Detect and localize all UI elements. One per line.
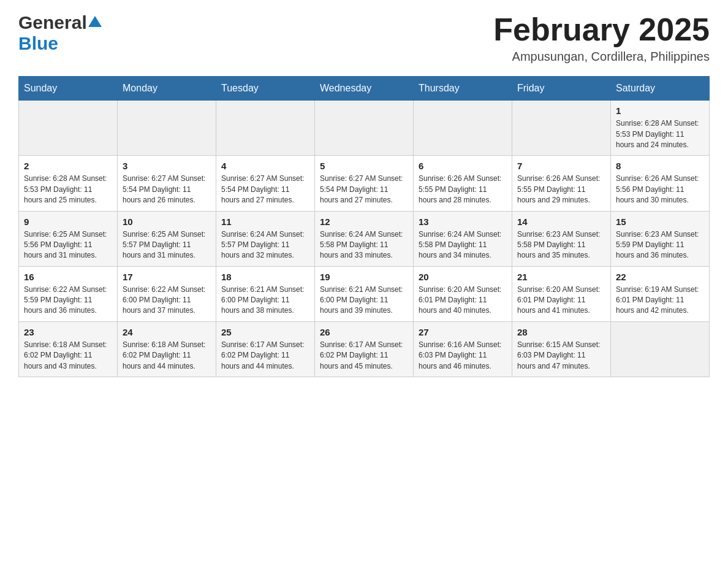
day-number: 1 xyxy=(616,105,704,116)
day-info: Sunrise: 6:27 AM Sunset: 5:54 PM Dayligh… xyxy=(123,174,211,205)
calendar-cell: 8Sunrise: 6:26 AM Sunset: 5:56 PM Daylig… xyxy=(611,156,710,211)
day-info: Sunrise: 6:26 AM Sunset: 5:56 PM Dayligh… xyxy=(616,174,704,205)
logo: General Blue xyxy=(18,12,102,54)
calendar-cell: 3Sunrise: 6:27 AM Sunset: 5:54 PM Daylig… xyxy=(118,156,216,211)
day-info: Sunrise: 6:21 AM Sunset: 6:00 PM Dayligh… xyxy=(320,285,408,316)
calendar-cell: 20Sunrise: 6:20 AM Sunset: 6:01 PM Dayli… xyxy=(414,266,512,321)
calendar-cell: 23Sunrise: 6:18 AM Sunset: 6:02 PM Dayli… xyxy=(19,321,118,377)
day-number: 3 xyxy=(123,161,211,171)
day-number: 22 xyxy=(616,272,704,282)
logo-arrow-icon xyxy=(88,15,102,28)
day-number: 8 xyxy=(616,161,704,171)
calendar-cell: 13Sunrise: 6:24 AM Sunset: 5:58 PM Dayli… xyxy=(414,211,512,266)
day-info: Sunrise: 6:18 AM Sunset: 6:02 PM Dayligh… xyxy=(24,340,112,372)
day-number: 21 xyxy=(517,272,605,282)
calendar-header-friday: Friday xyxy=(512,77,611,101)
calendar-week-row: 2Sunrise: 6:28 AM Sunset: 5:53 PM Daylig… xyxy=(19,156,710,211)
day-info: Sunrise: 6:15 AM Sunset: 6:03 PM Dayligh… xyxy=(517,340,605,372)
day-number: 16 xyxy=(24,272,112,282)
calendar-header-sunday: Sunday xyxy=(19,77,118,101)
day-info: Sunrise: 6:28 AM Sunset: 5:53 PM Dayligh… xyxy=(24,174,112,205)
day-info: Sunrise: 6:25 AM Sunset: 5:56 PM Dayligh… xyxy=(24,229,112,261)
day-number: 18 xyxy=(221,272,309,282)
day-number: 17 xyxy=(123,272,211,282)
calendar-cell: 10Sunrise: 6:25 AM Sunset: 5:57 PM Dayli… xyxy=(118,211,216,266)
calendar-cell: 11Sunrise: 6:24 AM Sunset: 5:57 PM Dayli… xyxy=(216,211,315,266)
calendar-cell: 2Sunrise: 6:28 AM Sunset: 5:53 PM Daylig… xyxy=(19,156,118,211)
location-subtitle: Ampusungan, Cordillera, Philippines xyxy=(493,50,710,64)
calendar-cell: 7Sunrise: 6:26 AM Sunset: 5:55 PM Daylig… xyxy=(512,156,611,211)
calendar-table: SundayMondayTuesdayWednesdayThursdayFrid… xyxy=(18,76,710,377)
day-number: 26 xyxy=(320,327,408,337)
day-number: 25 xyxy=(221,327,309,337)
day-number: 19 xyxy=(320,272,408,282)
calendar-header-saturday: Saturday xyxy=(611,77,710,101)
day-info: Sunrise: 6:25 AM Sunset: 5:57 PM Dayligh… xyxy=(123,229,211,261)
day-info: Sunrise: 6:24 AM Sunset: 5:58 PM Dayligh… xyxy=(419,229,507,261)
day-number: 6 xyxy=(419,161,507,171)
calendar-week-row: 9Sunrise: 6:25 AM Sunset: 5:56 PM Daylig… xyxy=(19,211,710,266)
calendar-cell: 22Sunrise: 6:19 AM Sunset: 6:01 PM Dayli… xyxy=(611,266,710,321)
calendar-cell: 18Sunrise: 6:21 AM Sunset: 6:00 PM Dayli… xyxy=(216,266,315,321)
day-number: 27 xyxy=(419,327,507,337)
title-area: February 2025 Ampusungan, Cordillera, Ph… xyxy=(493,12,710,64)
day-info: Sunrise: 6:27 AM Sunset: 5:54 PM Dayligh… xyxy=(221,174,309,205)
day-info: Sunrise: 6:23 AM Sunset: 5:59 PM Dayligh… xyxy=(616,229,704,261)
calendar-cell: 19Sunrise: 6:21 AM Sunset: 6:00 PM Dayli… xyxy=(315,266,414,321)
calendar-cell xyxy=(216,101,315,156)
day-info: Sunrise: 6:26 AM Sunset: 5:55 PM Dayligh… xyxy=(517,174,605,205)
calendar-cell: 26Sunrise: 6:17 AM Sunset: 6:02 PM Dayli… xyxy=(315,321,414,377)
day-number: 7 xyxy=(517,161,605,171)
day-number: 23 xyxy=(24,327,112,337)
day-number: 28 xyxy=(517,327,605,337)
calendar-week-row: 1Sunrise: 6:28 AM Sunset: 5:53 PM Daylig… xyxy=(19,101,710,156)
calendar-header-wednesday: Wednesday xyxy=(315,77,414,101)
calendar-header-monday: Monday xyxy=(118,77,216,101)
calendar-cell: 28Sunrise: 6:15 AM Sunset: 6:03 PM Dayli… xyxy=(512,321,611,377)
calendar-cell: 5Sunrise: 6:27 AM Sunset: 5:54 PM Daylig… xyxy=(315,156,414,211)
calendar-week-row: 23Sunrise: 6:18 AM Sunset: 6:02 PM Dayli… xyxy=(19,321,710,377)
calendar-week-row: 16Sunrise: 6:22 AM Sunset: 5:59 PM Dayli… xyxy=(19,266,710,321)
calendar-cell xyxy=(611,321,710,377)
day-info: Sunrise: 6:23 AM Sunset: 5:58 PM Dayligh… xyxy=(517,229,605,261)
day-number: 11 xyxy=(221,216,309,227)
day-number: 24 xyxy=(123,327,211,337)
day-info: Sunrise: 6:17 AM Sunset: 6:02 PM Dayligh… xyxy=(221,340,309,372)
day-number: 20 xyxy=(419,272,507,282)
day-number: 14 xyxy=(517,216,605,227)
calendar-header-tuesday: Tuesday xyxy=(216,77,315,101)
day-number: 10 xyxy=(123,216,211,227)
day-info: Sunrise: 6:22 AM Sunset: 5:59 PM Dayligh… xyxy=(24,285,112,316)
day-info: Sunrise: 6:20 AM Sunset: 6:01 PM Dayligh… xyxy=(419,285,507,316)
day-info: Sunrise: 6:26 AM Sunset: 5:55 PM Dayligh… xyxy=(419,174,507,205)
calendar-cell xyxy=(19,101,118,156)
day-number: 4 xyxy=(221,161,309,171)
day-info: Sunrise: 6:24 AM Sunset: 5:57 PM Dayligh… xyxy=(221,229,309,261)
day-number: 13 xyxy=(419,216,507,227)
calendar-cell xyxy=(118,101,216,156)
day-info: Sunrise: 6:18 AM Sunset: 6:02 PM Dayligh… xyxy=(123,340,211,372)
calendar-cell xyxy=(512,101,611,156)
calendar-cell: 17Sunrise: 6:22 AM Sunset: 6:00 PM Dayli… xyxy=(118,266,216,321)
day-number: 15 xyxy=(616,216,704,227)
day-info: Sunrise: 6:28 AM Sunset: 5:53 PM Dayligh… xyxy=(616,118,704,150)
calendar-cell: 27Sunrise: 6:16 AM Sunset: 6:03 PM Dayli… xyxy=(414,321,512,377)
day-info: Sunrise: 6:17 AM Sunset: 6:02 PM Dayligh… xyxy=(320,340,408,372)
day-info: Sunrise: 6:27 AM Sunset: 5:54 PM Dayligh… xyxy=(320,174,408,205)
calendar-cell: 24Sunrise: 6:18 AM Sunset: 6:02 PM Dayli… xyxy=(118,321,216,377)
calendar-cell: 21Sunrise: 6:20 AM Sunset: 6:01 PM Dayli… xyxy=(512,266,611,321)
calendar-header-thursday: Thursday xyxy=(414,77,512,101)
calendar-cell xyxy=(414,101,512,156)
day-number: 2 xyxy=(24,161,112,171)
day-number: 12 xyxy=(320,216,408,227)
day-info: Sunrise: 6:20 AM Sunset: 6:01 PM Dayligh… xyxy=(517,285,605,316)
calendar-cell: 14Sunrise: 6:23 AM Sunset: 5:58 PM Dayli… xyxy=(512,211,611,266)
calendar-cell xyxy=(315,101,414,156)
day-info: Sunrise: 6:22 AM Sunset: 6:00 PM Dayligh… xyxy=(123,285,211,316)
calendar-cell: 4Sunrise: 6:27 AM Sunset: 5:54 PM Daylig… xyxy=(216,156,315,211)
calendar-cell: 12Sunrise: 6:24 AM Sunset: 5:58 PM Dayli… xyxy=(315,211,414,266)
day-number: 9 xyxy=(24,216,112,227)
logo-blue-text: Blue xyxy=(18,33,58,54)
calendar-cell: 1Sunrise: 6:28 AM Sunset: 5:53 PM Daylig… xyxy=(611,101,710,156)
day-info: Sunrise: 6:21 AM Sunset: 6:00 PM Dayligh… xyxy=(221,285,309,316)
